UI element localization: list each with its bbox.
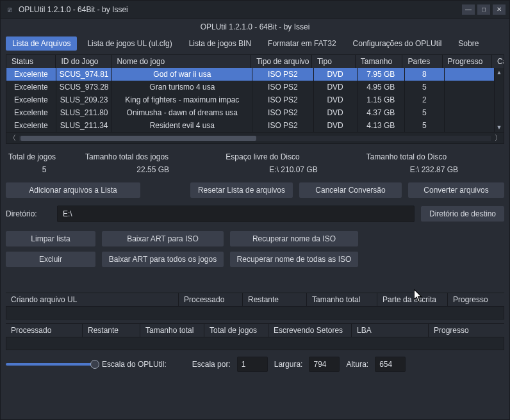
col-id[interactable]: ID do Jogo xyxy=(56,55,111,68)
scroll-thumb[interactable] xyxy=(21,136,256,141)
action-row-1: Adicionar arquivos a Lista Resetar Lista… xyxy=(1,176,509,198)
label-free-space: Espaço livre do Disco xyxy=(223,150,363,163)
directory-label: Diretório: xyxy=(6,209,51,218)
app-icon: ⎚ xyxy=(4,4,15,15)
table-header-row: Status ID do Jogo Nome do jogo Tipo de a… xyxy=(6,55,504,68)
sector-progress-body xyxy=(6,337,504,350)
scroll-up-icon[interactable]: ▲ xyxy=(495,68,504,77)
action-row-2: Limpar lista Baixar ART para ISO Recuper… xyxy=(6,222,504,246)
col-status[interactable]: Status xyxy=(6,55,56,68)
delete-button[interactable]: Excluir xyxy=(6,252,95,267)
tab-lista-jogos-ul[interactable]: Lista de jogos UL (ul.cfg) xyxy=(81,36,178,51)
tab-sobre[interactable]: Sobre xyxy=(452,36,485,51)
directory-input[interactable] xyxy=(57,206,415,222)
cancel-conversion-button[interactable]: Cancelar Conversão xyxy=(299,182,402,198)
col-writing-sectors: Escrevendo Setores xyxy=(268,323,352,337)
scroll-right-icon[interactable]: 〉 xyxy=(492,133,504,144)
value-free-space: E:\ 210.07 GB xyxy=(223,163,363,176)
tab-lista-arquivos[interactable]: Lista de Arquivos xyxy=(6,36,77,51)
recover-iso-name-button[interactable]: Recuperar nome da ISO xyxy=(230,231,358,246)
col-processed: Processado xyxy=(179,293,243,307)
value-disk-size: E:\ 232.87 GB xyxy=(364,163,504,176)
tab-configuracoes[interactable]: Configurações do OPLUtil xyxy=(347,36,448,51)
scroll-left-icon[interactable]: 〈 xyxy=(6,133,18,144)
col-remaining: Restante xyxy=(243,293,307,307)
scale-by-label: Escala por: xyxy=(192,360,231,369)
width-input[interactable] xyxy=(309,357,340,372)
col-lba: LBA xyxy=(352,323,429,337)
label-total-size: Tamanho total dos jogos xyxy=(83,150,223,163)
convert-files-button[interactable]: Converter arquivos xyxy=(408,182,504,198)
col-type[interactable]: Tipo xyxy=(312,55,356,68)
dest-directory-button[interactable]: Diretório de destino xyxy=(421,206,504,222)
col-creating-ul: Criando arquivo UL xyxy=(6,293,179,307)
sector-progress-table: Processado Restante Tamanho total Total … xyxy=(6,323,504,350)
minimize-button[interactable]: — xyxy=(462,4,475,15)
table-row[interactable]: Excelente SLUS_211.34 Resident evil 4 us… xyxy=(6,119,495,132)
recover-all-names-button[interactable]: Recuperar nome de todas as ISO xyxy=(230,252,358,267)
tabbar: Lista de Arquivos Lista de jogos UL (ul.… xyxy=(1,34,509,54)
download-art-all-button[interactable]: Baixar ART para todos os jogos xyxy=(102,252,224,267)
label-total-games: Total de jogos xyxy=(6,150,83,163)
col-name[interactable]: Nome do jogo xyxy=(112,55,252,68)
add-files-button[interactable]: Adicionar arquivos a Lista xyxy=(6,182,140,198)
slider-thumb[interactable] xyxy=(90,360,99,369)
ul-progress-body xyxy=(6,307,504,319)
height-input[interactable] xyxy=(375,357,406,372)
page-subtitle: OPLUtil 1.2.1.0 - 64Bit - by Issei xyxy=(1,19,509,34)
tab-lista-jogos-bin[interactable]: Lista de jogos BIN xyxy=(183,36,258,51)
maximize-button[interactable]: □ xyxy=(477,4,490,15)
window-title: OPLUtil 1.2.1.0 - 64Bit - by Issei xyxy=(19,5,128,14)
col-total-games-2: Total de jogos xyxy=(204,323,268,337)
scale-value-input[interactable] xyxy=(237,357,268,372)
table-row[interactable]: Excelente SLUS_209.23 King of fighters -… xyxy=(6,93,495,106)
col-progress[interactable]: Progresso xyxy=(443,55,492,68)
col-size[interactable]: Tamanho xyxy=(356,55,403,68)
summary-header: Total de jogos Tamanho total dos jogos E… xyxy=(6,150,504,163)
action-row-3: Excluir Baixar ART para todos os jogos R… xyxy=(6,246,504,267)
vertical-scrollbar[interactable]: ▲ ▼ xyxy=(495,68,504,132)
col-ftype[interactable]: Tipo de arquivo xyxy=(251,55,312,68)
col-processed-2: Processado xyxy=(6,323,83,337)
col-total-size: Tamanho total xyxy=(307,293,377,307)
table-row[interactable]: Excelente SCUS_974.81 God of war ii usa … xyxy=(6,68,495,81)
table-body: Excelente SCUS_974.81 God of war ii usa … xyxy=(6,68,504,132)
titlebar: ⎚ OPLUtil 1.2.1.0 - 64Bit - by Issei — □… xyxy=(1,1,509,19)
table-row[interactable]: Excelente SLUS_211.80 Onimusha - dawn of… xyxy=(6,106,495,119)
scale-row: Escala do OPLUtil: Escala por: Largura: … xyxy=(1,350,509,378)
col-progress-2: Progresso xyxy=(429,323,504,337)
width-label: Largura: xyxy=(274,360,303,369)
col-ca[interactable]: Ca xyxy=(492,55,504,68)
tab-formatar-fat32[interactable]: Formatar em FAT32 xyxy=(261,36,342,51)
close-button[interactable]: ✕ xyxy=(493,4,506,15)
label-disk-size: Tamanho total do Disco xyxy=(364,150,504,163)
ul-progress-table: Criando arquivo UL Processado Restante T… xyxy=(6,293,504,319)
scale-slider[interactable] xyxy=(6,363,95,366)
value-total-size: 22.55 GB xyxy=(83,163,223,176)
height-label: Altura: xyxy=(346,360,368,369)
scroll-down-icon[interactable]: ▼ xyxy=(495,123,504,132)
download-art-iso-button[interactable]: Baixar ART para ISO xyxy=(102,231,224,246)
col-remaining-2: Restante xyxy=(83,323,140,337)
col-total-size-2: Tamanho total xyxy=(140,323,204,337)
col-progress: Progresso xyxy=(448,293,504,307)
summary-values: 5 22.55 GB E:\ 210.07 GB E:\ 232.87 GB xyxy=(6,163,504,176)
table-row[interactable]: Excelente SCUS_973.28 Gran turismo 4 usa… xyxy=(6,81,495,93)
file-table: Status ID do Jogo Nome do jogo Tipo de a… xyxy=(6,54,504,144)
value-total-games: 5 xyxy=(6,163,83,176)
clear-list-button[interactable]: Limpar lista xyxy=(6,231,95,246)
horizontal-scrollbar[interactable]: 〈 〉 xyxy=(6,132,504,143)
reset-list-button[interactable]: Resetar Lista de arquivos xyxy=(190,182,293,198)
directory-row: Diretório: Diretório de destino xyxy=(1,198,509,222)
scale-label: Escala do OPLUtil: xyxy=(102,360,167,369)
col-write-part: Parte da escrita xyxy=(377,293,448,307)
col-parts[interactable]: Partes xyxy=(402,55,442,68)
